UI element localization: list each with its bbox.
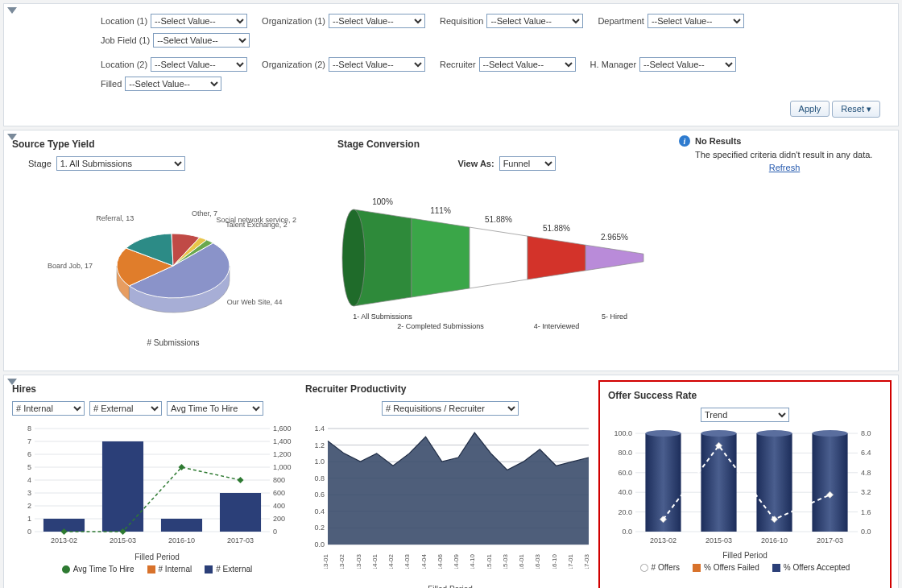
filter-label: Job Field (1) xyxy=(101,35,150,45)
svg-text:2015-03: 2015-03 xyxy=(110,536,136,545)
hires-internal-select[interactable]: # Internal xyxy=(12,401,85,416)
svg-text:0.0: 0.0 xyxy=(622,528,632,536)
svg-text:2017-03: 2017-03 xyxy=(817,536,843,545)
filter-select-organization-2[interactable]: --Select Value-- xyxy=(329,57,425,72)
filter-select-filled[interactable]: --Select Value-- xyxy=(125,77,221,91)
viewas-select[interactable]: Funnel xyxy=(499,156,556,171)
svg-text:2016-01: 2016-01 xyxy=(518,553,525,569)
svg-text:2017-01: 2017-01 xyxy=(567,553,574,569)
section-title: Recruiter Productivity xyxy=(305,383,595,395)
filter-department: Department--Select Value-- xyxy=(598,14,743,28)
svg-text:2014-09: 2014-09 xyxy=(453,553,460,569)
filter-select-jobfield-1[interactable]: --Select Value-- xyxy=(153,33,250,48)
svg-text:0.0: 0.0 xyxy=(861,528,871,536)
filter-label: Location (2) xyxy=(101,60,147,69)
hires-legend: Avg Time To Hire # Internal # External xyxy=(12,565,302,574)
filter-select-location-2[interactable]: --Select Value-- xyxy=(151,57,247,72)
svg-point-6 xyxy=(342,209,365,306)
filter-select-organization-1[interactable]: --Select Value-- xyxy=(329,14,425,28)
svg-text:100.0: 100.0 xyxy=(614,429,632,437)
filter-hmanager: H. Manager--Select Value-- xyxy=(590,57,736,72)
svg-point-106 xyxy=(701,430,736,437)
svg-text:2014-03: 2014-03 xyxy=(403,553,411,569)
svg-text:2: 2 xyxy=(27,502,31,510)
svg-text:20.0: 20.0 xyxy=(618,508,632,516)
filter-select-hmanager[interactable]: --Select Value-- xyxy=(639,57,736,72)
stage-label: Stage xyxy=(28,159,52,168)
filters-panel: Location (1)--Select Value--Organization… xyxy=(3,3,899,126)
reset-button[interactable]: Reset ▾ xyxy=(832,101,880,118)
filter-label: Organization (1) xyxy=(262,16,325,26)
svg-text:2013-02: 2013-02 xyxy=(338,553,345,569)
recruiter-productivity-section: Recruiter Productivity # Requisitions / … xyxy=(305,380,595,588)
hires-section: Hires # Internal # External Avg Time To … xyxy=(12,380,302,588)
filter-label: H. Manager xyxy=(590,60,636,69)
svg-text:0.8: 0.8 xyxy=(314,474,325,482)
svg-text:400: 400 xyxy=(273,502,285,510)
filter-select-recruiter[interactable]: --Select Value-- xyxy=(479,57,576,72)
svg-text:6.4: 6.4 xyxy=(861,449,871,457)
svg-text:100%: 100% xyxy=(372,197,393,206)
svg-text:7: 7 xyxy=(27,437,31,445)
svg-text:1.0: 1.0 xyxy=(314,458,325,466)
svg-text:2- Completed Submissions: 2- Completed Submissions xyxy=(397,322,484,330)
svg-text:5: 5 xyxy=(27,463,31,471)
svg-text:4.8: 4.8 xyxy=(861,469,871,477)
filter-row-1: Location (1)--Select Value--Organization… xyxy=(12,9,890,52)
svg-text:600: 600 xyxy=(273,489,285,497)
svg-text:1.2: 1.2 xyxy=(314,441,325,449)
svg-text:Board Job, 17: Board Job, 17 xyxy=(48,262,93,270)
filter-select-requisition[interactable]: --Select Value-- xyxy=(486,14,583,28)
filter-label: Requisition xyxy=(440,16,483,26)
svg-text:2014-01: 2014-01 xyxy=(371,553,379,569)
filter-select-location-1[interactable]: --Select Value-- xyxy=(151,14,247,28)
offer-legend: # Offers % Offers Failed % Offers Accept… xyxy=(608,563,882,572)
svg-text:1,600: 1,600 xyxy=(273,424,292,433)
filter-label: Filled xyxy=(101,79,122,89)
filter-recruiter: Recruiter--Select Value-- xyxy=(440,57,576,72)
filter-row-2: Location (2)--Select Value--Organization… xyxy=(12,52,890,96)
section-title: Hires xyxy=(12,383,302,395)
pie-chart: Our Web Site, 44Board Job, 17Referral, 1… xyxy=(12,177,334,338)
svg-text:0.6: 0.6 xyxy=(314,491,325,499)
collapse-icon[interactable] xyxy=(7,379,17,385)
filter-select-department[interactable]: --Select Value-- xyxy=(648,14,744,28)
refresh-link[interactable]: Refresh xyxy=(769,163,801,172)
filter-jobfield-1: Job Field (1)--Select Value-- xyxy=(101,33,250,48)
filter-label: Organization (2) xyxy=(262,60,325,69)
filter-location-1: Location (1)--Select Value-- xyxy=(101,14,247,28)
svg-text:2016-03: 2016-03 xyxy=(534,553,541,569)
no-results-section: i No Results The specified criteria didn… xyxy=(679,135,890,348)
svg-text:5- Hired: 5- Hired xyxy=(602,313,627,321)
svg-text:2013-02: 2013-02 xyxy=(51,536,77,545)
svg-text:1: 1 xyxy=(27,515,31,523)
analytics-panel-2: Hires # Internal # External Avg Time To … xyxy=(3,375,899,588)
apply-button[interactable]: Apply xyxy=(790,101,830,117)
svg-text:51.88%: 51.88% xyxy=(543,224,570,233)
offer-view-select[interactable]: Trend xyxy=(701,408,789,422)
svg-text:2016-10: 2016-10 xyxy=(551,553,558,569)
svg-text:2013-03: 2013-03 xyxy=(355,553,362,569)
svg-text:8: 8 xyxy=(27,424,31,433)
recruiter-metric-select[interactable]: # Requisitions / Recruiter xyxy=(382,401,519,416)
hires-external-select[interactable]: # External xyxy=(89,401,162,416)
svg-text:3: 3 xyxy=(27,489,31,497)
svg-text:2.965%: 2.965% xyxy=(601,233,628,242)
no-results-message: The specified criteria didn't result in … xyxy=(695,150,890,159)
collapse-icon[interactable] xyxy=(7,7,17,14)
stage-select[interactable]: 1. All Submissions xyxy=(56,156,185,171)
svg-text:2013-01: 2013-01 xyxy=(322,553,329,569)
no-results-title: No Results xyxy=(695,136,741,146)
hires-tth-select[interactable]: Avg Time To Hire xyxy=(167,401,263,416)
svg-text:1- All Submissions: 1- All Submissions xyxy=(353,313,412,321)
filter-organization-1: Organization (1)--Select Value-- xyxy=(262,14,425,28)
svg-text:Referral, 13: Referral, 13 xyxy=(96,214,134,222)
offer-success-section: Offer Success Rate Trend 0.020.040.060.0… xyxy=(598,380,892,588)
svg-text:2015-01: 2015-01 xyxy=(486,553,493,569)
svg-text:1.4: 1.4 xyxy=(314,424,325,433)
svg-text:0.4: 0.4 xyxy=(314,507,325,516)
svg-text:3.2: 3.2 xyxy=(861,488,871,496)
svg-text:2016-10: 2016-10 xyxy=(761,536,788,545)
source-type-yield-section: Source Type Yield Stage 1. All Submissio… xyxy=(12,135,334,348)
svg-text:8.0: 8.0 xyxy=(861,429,871,437)
